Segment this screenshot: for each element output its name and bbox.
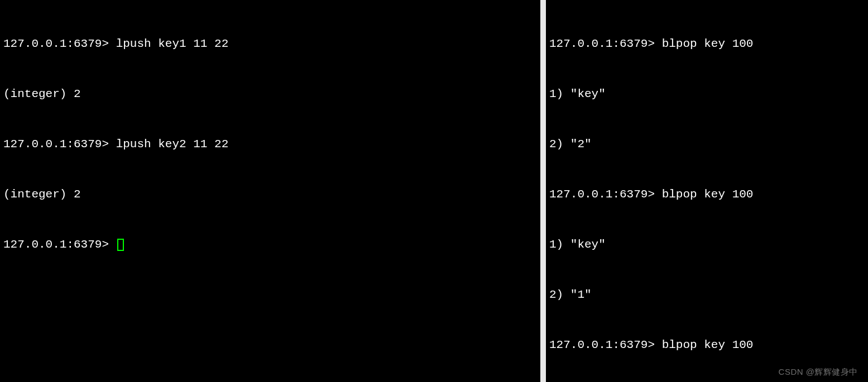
terminal-line: 127.0.0.1:6379> blpop key 100: [549, 36, 865, 52]
terminal-line: 1) "key": [549, 86, 865, 103]
terminal-prompt-line[interactable]: 127.0.0.1:6379>: [3, 236, 537, 253]
terminal-line: (integer) 2: [3, 186, 537, 203]
terminal-pane-right[interactable]: 127.0.0.1:6379> blpop key 100 1) "key" 2…: [546, 0, 868, 382]
terminal-line: 127.0.0.1:6379> lpush key2 11 22: [3, 136, 537, 153]
terminal-prompt: 127.0.0.1:6379>: [3, 238, 116, 251]
terminal-line: 127.0.0.1:6379> lpush key1 11 22: [3, 36, 537, 52]
cursor-icon: [117, 239, 124, 251]
terminal-line: 127.0.0.1:6379> blpop key 100: [549, 337, 865, 354]
terminal-pane-left[interactable]: 127.0.0.1:6379> lpush key1 11 22 (intege…: [0, 0, 546, 382]
watermark-text: CSDN @辉辉健身中: [779, 367, 858, 378]
terminal-line: 1) "key": [549, 236, 865, 253]
terminal-line: 2) "1": [549, 287, 865, 303]
terminal-line: 2) "2": [549, 136, 865, 153]
terminal-line: (integer) 2: [3, 86, 537, 103]
terminal-line: 127.0.0.1:6379> blpop key 100: [549, 186, 865, 203]
